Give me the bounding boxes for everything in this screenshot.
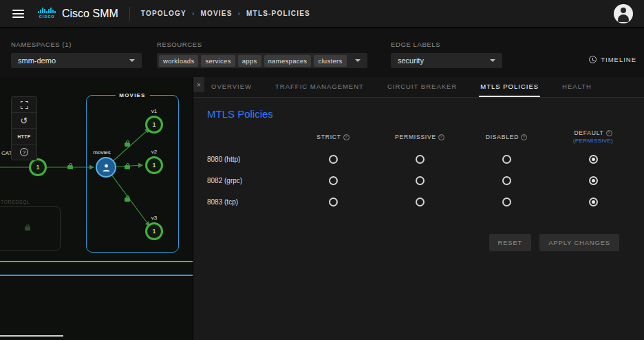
group-partial-bottom [0,206,61,251]
info-icon[interactable] [343,134,350,140]
breadcrumb-separator: › [192,10,195,17]
filter-bar: NAMESPACES (1) smm-demo RESOURCES worklo… [0,28,644,77]
info-icon[interactable] [438,134,444,140]
radio-permissive[interactable] [416,198,425,206]
chevron-down-icon [355,59,361,62]
help-icon: ? [20,148,28,156]
user-avatar[interactable] [614,4,633,23]
chevron-down-icon [490,59,495,62]
breadcrumb-topology[interactable]: TOPOLOGY [141,10,186,17]
info-icon[interactable] [521,134,527,140]
action-buttons: RESET APPLY CHANGES [489,234,619,251]
fit-to-screen-icon [21,101,28,109]
radio-disabled[interactable] [502,198,511,206]
breadcrumb: TOPOLOGY › MOVIES › MTLS-POLICIES [141,10,310,17]
tab-health[interactable]: HEALTH [561,77,593,97]
node-movies-label: movies [93,149,110,156]
group-partial-bottom-label: TOREDSQL [1,200,30,204]
group-movies-label: MOVIES [115,92,149,98]
tab-circuit-breaker[interactable]: CIRCUIT BREAKER [386,77,458,97]
mtls-lock-icon [125,198,130,202]
resource-chip-namespaces[interactable]: namespaces [264,55,312,67]
node-movies[interactable] [96,157,116,178]
detail-tab-bar: OVERVIEW TRAFFIC MANAGEMENT CIRCUIT BREA… [193,77,644,98]
app-root: cisco Cisco SMM TOPOLOGY › MOVIES › MTLS… [0,0,644,340]
node-v3-label: v3 [151,215,157,221]
column-permissive: PERMISSIVE [376,127,463,145]
resource-chip-clusters[interactable]: clusters [314,55,346,67]
radio-strict[interactable] [329,176,338,185]
info-icon[interactable] [606,130,612,136]
graph-toolbar: ↺ HTTP ? [11,96,37,160]
radio-default[interactable] [589,198,598,206]
mtls-lock-icon [25,226,30,231]
edge-white-line [0,335,63,337]
page-title: MTLS Policies [207,108,644,120]
help-button[interactable]: ? [12,145,36,160]
mtls-lock-icon [125,165,130,169]
radio-disabled[interactable] [502,155,511,164]
node-v3[interactable]: 1 [145,222,163,240]
column-disabled: DISABLED [463,127,550,145]
breadcrumb-separator: › [238,10,242,17]
radio-strict[interactable] [329,198,338,206]
column-spacer [207,130,290,141]
app-header: cisco Cisco SMM TOPOLOGY › MOVIES › MTLS… [0,0,644,28]
resource-chip-workloads[interactable]: workloads [159,55,198,67]
app-title: Cisco SMM [62,8,118,20]
reset-button[interactable]: RESET [489,234,532,251]
column-default-sub: (PERMISSIVE) [550,138,636,145]
apply-changes-button[interactable]: APPLY CHANGES [539,234,619,251]
namespaces-label: NAMESPACES (1) [11,41,72,48]
fit-to-screen-button[interactable] [12,97,36,113]
edge-labels-value: security [398,56,424,65]
node-v2[interactable]: 1 [145,156,163,174]
close-panel-button[interactable]: × [193,77,204,92]
reload-button[interactable]: ↺ [12,113,36,129]
tab-overview[interactable]: OVERVIEW [210,77,253,97]
service-icon [101,162,111,173]
chevron-down-icon [129,59,135,62]
edge-labels-label: EDGE LABELS [391,41,440,48]
tab-traffic-management[interactable]: TRAFFIC MANAGEMENT [274,77,365,97]
resource-chip-services[interactable]: services [201,55,235,67]
radio-default[interactable] [589,155,598,164]
mtls-lock-icon [67,165,73,169]
replica-count: 1 [152,121,155,128]
radio-permissive[interactable] [416,155,425,164]
namespaces-select[interactable]: smm-demo [11,53,142,68]
resource-chip-apps[interactable]: apps [238,55,261,67]
node-v1-label: v1 [151,108,157,114]
edge-blue-line [0,275,193,276]
timeline-button[interactable]: TIMELINE [589,56,636,63]
mtls-policies-table: STRICT PERMISSIVE DISABLED DEFAULT (PERM… [207,123,644,213]
column-strict: STRICT [290,127,376,145]
node-catalog[interactable]: 1 [29,158,47,176]
breadcrumb-movies[interactable]: MOVIES [200,10,232,17]
menu-icon [12,10,24,18]
port-label: 8082 (grpc) [207,170,290,191]
replica-count: 1 [152,162,155,169]
radio-strict[interactable] [329,155,338,164]
http-label: HTTP [18,134,31,139]
refresh-icon: ↺ [21,116,28,125]
replica-count: 1 [152,228,155,235]
breadcrumb-mtls-policies[interactable]: MTLS-POLICIES [246,10,310,17]
namespaces-value: smm-demo [18,56,56,65]
timeline-label: TIMELINE [601,56,636,63]
tab-mtls-policies[interactable]: MTLS POLICIES [479,77,540,97]
edge-green-line [0,261,193,262]
mtls-lock-icon [125,142,130,147]
menu-button[interactable] [8,6,28,22]
radio-permissive[interactable] [416,176,425,185]
replica-count: 1 [36,164,39,171]
edge-labels-select[interactable]: security [391,53,502,68]
cisco-logo: cisco [38,8,56,19]
radio-disabled[interactable] [502,176,511,185]
node-v1[interactable]: 1 [145,116,163,134]
detail-panel: × OVERVIEW TRAFFIC MANAGEMENT CIRCUIT BR… [193,77,644,340]
http-protocol-toggle[interactable]: HTTP [12,129,36,145]
resources-select[interactable]: workloads services apps namespaces clust… [157,53,367,68]
topology-canvas[interactable]: MOVIES TOREDSQL CATAL movies v1 v2 v3 1 … [0,77,193,340]
radio-default[interactable] [589,176,598,185]
